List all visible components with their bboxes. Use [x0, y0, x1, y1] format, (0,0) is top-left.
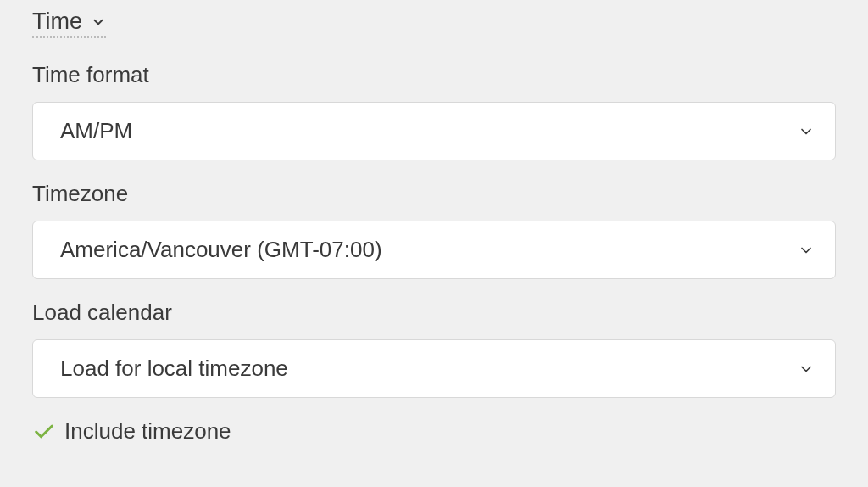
field-load-calendar: Load calendar Load for local timezone: [32, 299, 836, 398]
time-format-label: Time format: [32, 62, 836, 88]
load-calendar-label: Load calendar: [32, 299, 836, 326]
time-format-value: AM/PM: [60, 118, 132, 144]
chevron-down-icon: [798, 361, 815, 378]
field-timezone: Timezone America/Vancouver (GMT-07:00): [32, 181, 836, 279]
section-header-time[interactable]: Time: [32, 8, 106, 38]
timezone-label: Timezone: [32, 181, 836, 207]
chevron-down-icon: [798, 242, 815, 259]
check-icon: [32, 420, 56, 444]
chevron-down-icon: [798, 123, 815, 140]
time-format-select[interactable]: AM/PM: [32, 102, 836, 160]
include-timezone-label: Include timezone: [64, 418, 231, 445]
load-calendar-value: Load for local timezone: [60, 355, 288, 382]
timezone-value: America/Vancouver (GMT-07:00): [60, 237, 382, 263]
load-calendar-select[interactable]: Load for local timezone: [32, 339, 836, 398]
section-title: Time: [32, 8, 82, 35]
timezone-select[interactable]: America/Vancouver (GMT-07:00): [32, 221, 836, 279]
time-settings-panel: Time Time format AM/PM Timezone America/…: [0, 0, 868, 462]
include-timezone-checkbox[interactable]: Include timezone: [32, 418, 836, 445]
chevron-down-icon: [91, 14, 106, 30]
field-time-format: Time format AM/PM: [32, 62, 836, 160]
